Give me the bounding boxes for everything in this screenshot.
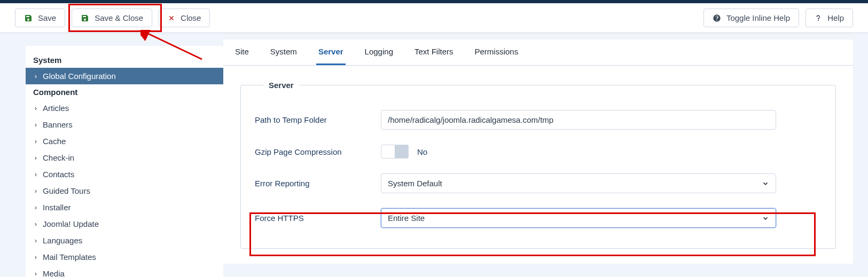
field-gzip: Gzip Page Compression No [253, 137, 824, 166]
sidebar-item-label: Articles [43, 104, 69, 113]
save-close-label: Save & Close [95, 13, 143, 22]
save-icon [24, 14, 33, 22]
server-legend: Server [263, 81, 299, 90]
sidebar-item[interactable]: ›Guided Tours [26, 183, 223, 199]
chevron-down-icon [762, 215, 769, 222]
force-https-label: Force HTTPS [253, 213, 381, 223]
sidebar-item-label: Languages [43, 236, 82, 245]
main-layout: System › Global Configuration Component … [0, 33, 868, 277]
toolbar-left: Save Save & Close Close [15, 9, 210, 27]
chevron-down-icon [762, 180, 769, 187]
sidebar-item-label: Check-in [43, 153, 74, 162]
temp-path-label: Path to Temp Folder [253, 115, 381, 124]
tab-server[interactable]: Server [316, 39, 346, 65]
chevron-right-icon: › [33, 253, 38, 261]
save-button[interactable]: Save [15, 9, 65, 27]
sidebar-component-heading: Component [26, 84, 223, 100]
chevron-right-icon: › [33, 220, 38, 228]
sidebar-item[interactable]: ›Languages [26, 232, 223, 249]
chevron-right-icon: › [33, 104, 38, 112]
toggle-knob [395, 145, 408, 158]
force-https-select[interactable]: Entire Site [381, 208, 776, 228]
tab-system[interactable]: System [268, 39, 299, 65]
error-reporting-select[interactable]: System Default [381, 173, 776, 193]
sidebar-item-label: Joomla! Update [43, 219, 99, 228]
tab-logging[interactable]: Logging [363, 39, 395, 65]
sidebar-item[interactable]: ›Check-in [26, 149, 223, 166]
save-label: Save [38, 13, 56, 22]
close-button[interactable]: Close [159, 9, 210, 27]
chevron-right-icon: › [33, 154, 38, 162]
sidebar-item-label: Installer [43, 203, 71, 212]
chevron-right-icon: › [33, 187, 38, 195]
sidebar-item[interactable]: ›Media [26, 265, 223, 277]
chevron-right-icon: › [33, 170, 38, 178]
gzip-label: Gzip Page Compression [253, 147, 381, 156]
question-icon [815, 14, 822, 22]
close-label: Close [181, 13, 201, 22]
gzip-toggle[interactable] [381, 145, 409, 159]
sidebar-system-heading: System [26, 52, 223, 68]
sidebar-item-label: Cache [43, 137, 66, 146]
sidebar-item-label: Banners [43, 120, 73, 129]
sidebar-item-label: Guided Tours [43, 186, 90, 195]
sidebar: System › Global Configuration Component … [26, 46, 223, 277]
sidebar-item[interactable]: ›Installer [26, 199, 223, 216]
close-icon [168, 14, 175, 22]
sidebar-item[interactable]: ›Mail Templates [26, 249, 223, 265]
help-label: Help [827, 13, 844, 22]
question-circle-icon [713, 14, 721, 22]
help-button[interactable]: Help [806, 9, 853, 27]
sidebar-item-label: Contacts [43, 170, 74, 179]
content-area: Site System Server Logging Text Filters … [223, 39, 853, 264]
chevron-right-icon: › [33, 137, 38, 145]
error-reporting-label: Error Reporting [253, 179, 381, 188]
toolbar: Save Save & Close Close Toggle Inline He… [0, 3, 868, 33]
field-force-https: Force HTTPS Entire Site [253, 201, 824, 235]
gzip-value: No [417, 147, 427, 156]
tab-text-filters[interactable]: Text Filters [412, 39, 456, 65]
temp-path-input[interactable] [381, 110, 776, 130]
save-close-button[interactable]: Save & Close [72, 9, 152, 27]
field-temp-path: Path to Temp Folder [253, 102, 824, 137]
toolbar-right: Toggle Inline Help Help [703, 9, 853, 27]
force-https-value: Entire Site [388, 213, 425, 223]
chevron-right-icon: › [33, 121, 38, 129]
chevron-right-icon: › [33, 236, 38, 244]
sidebar-item-label: Media [43, 269, 65, 277]
server-fieldset: Server Path to Temp Folder Gzip Page Com… [240, 81, 836, 249]
sidebar-item[interactable]: ›Banners [26, 116, 223, 133]
server-panel: Server Path to Temp Folder Gzip Page Com… [223, 66, 853, 264]
sidebar-item[interactable]: ›Contacts [26, 166, 223, 183]
sidebar-item-global-configuration[interactable]: › Global Configuration [26, 68, 223, 84]
sidebar-item[interactable]: ›Joomla! Update [26, 216, 223, 232]
sidebar-item-label: Mail Templates [43, 252, 96, 262]
sidebar-item[interactable]: ›Cache [26, 133, 223, 149]
tab-site[interactable]: Site [233, 39, 251, 65]
sidebar-item[interactable]: ›Articles [26, 100, 223, 116]
toggle-help-label: Toggle Inline Help [726, 13, 790, 22]
sidebar-item-label: Global Configuration [43, 72, 116, 81]
chevron-right-icon: › [33, 270, 38, 277]
chevron-right-icon: › [33, 72, 38, 80]
chevron-right-icon: › [33, 203, 38, 211]
tabs: Site System Server Logging Text Filters … [223, 39, 853, 66]
save-icon [81, 14, 89, 22]
toggle-inline-help-button[interactable]: Toggle Inline Help [703, 9, 799, 27]
sidebar-component-list: ›Articles›Banners›Cache›Check-in›Contact… [26, 100, 223, 277]
field-error-reporting: Error Reporting System Default [253, 166, 824, 201]
tab-permissions[interactable]: Permissions [473, 39, 521, 65]
error-reporting-value: System Default [388, 179, 442, 188]
